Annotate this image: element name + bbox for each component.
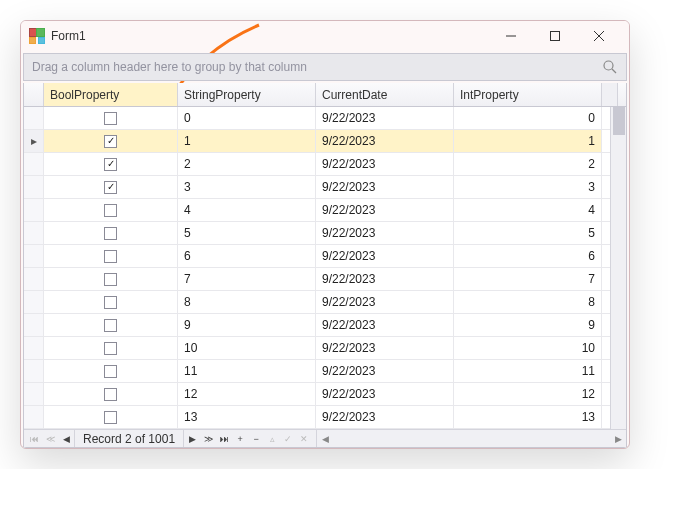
cell-bool[interactable] [44,268,178,290]
cell-int[interactable]: 8 [454,291,602,313]
checkbox[interactable] [104,296,117,309]
cell-int[interactable]: 10 [454,337,602,359]
table-row[interactable]: 39/22/20233 [24,176,626,199]
cell-bool[interactable] [44,107,178,129]
checkbox[interactable] [104,112,117,125]
checkbox[interactable] [104,181,117,194]
cell-date[interactable]: 9/22/2023 [316,337,454,359]
cell-string[interactable]: 9 [178,314,316,336]
column-header-int[interactable]: IntProperty [454,83,602,106]
table-row[interactable]: 29/22/20232 [24,153,626,176]
cell-int[interactable]: 13 [454,406,602,428]
checkbox[interactable] [104,135,117,148]
cell-string[interactable]: 10 [178,337,316,359]
cell-int[interactable]: 9 [454,314,602,336]
checkbox[interactable] [104,227,117,240]
cell-string[interactable]: 11 [178,360,316,382]
title-bar[interactable]: Form1 [21,21,629,51]
nav-append-button[interactable]: + [232,431,248,447]
cell-date[interactable]: 9/22/2023 [316,291,454,313]
nav-cancel-button[interactable]: ✕ [296,431,312,447]
cell-int[interactable]: 2 [454,153,602,175]
cell-bool[interactable] [44,383,178,405]
table-row[interactable]: 59/22/20235 [24,222,626,245]
checkbox[interactable] [104,319,117,332]
cell-int[interactable]: 7 [454,268,602,290]
cell-int[interactable]: 0 [454,107,602,129]
close-button[interactable] [577,22,621,50]
cell-bool[interactable] [44,245,178,267]
column-header-string[interactable]: StringProperty [178,83,316,106]
cell-date[interactable]: 9/22/2023 [316,222,454,244]
nav-prev-button[interactable]: ◀ [58,431,74,447]
nav-end-edit-button[interactable]: ✓ [280,431,296,447]
table-row[interactable]: 69/22/20236 [24,245,626,268]
cell-date[interactable]: 9/22/2023 [316,245,454,267]
cell-bool[interactable] [44,337,178,359]
nav-next-page-button[interactable]: ≫ [200,431,216,447]
cell-string[interactable]: 1 [178,130,316,152]
cell-date[interactable]: 9/22/2023 [316,406,454,428]
cell-string[interactable]: 7 [178,268,316,290]
cell-date[interactable]: 9/22/2023 [316,199,454,221]
cell-int[interactable]: 6 [454,245,602,267]
checkbox[interactable] [104,250,117,263]
cell-bool[interactable] [44,360,178,382]
cell-date[interactable]: 9/22/2023 [316,268,454,290]
hscroll-left-button[interactable]: ◀ [317,431,333,447]
table-row[interactable]: ▸19/22/20231 [24,130,626,153]
cell-string[interactable]: 0 [178,107,316,129]
cell-bool[interactable] [44,406,178,428]
cell-bool[interactable] [44,130,178,152]
cell-date[interactable]: 9/22/2023 [316,107,454,129]
cell-int[interactable]: 4 [454,199,602,221]
cell-string[interactable]: 5 [178,222,316,244]
cell-bool[interactable] [44,199,178,221]
cell-string[interactable]: 4 [178,199,316,221]
cell-date[interactable]: 9/22/2023 [316,153,454,175]
nav-last-button[interactable]: ⏭ [216,431,232,447]
minimize-button[interactable] [489,22,533,50]
vertical-scrollbar[interactable] [610,107,626,429]
checkbox[interactable] [104,365,117,378]
table-row[interactable]: 109/22/202310 [24,337,626,360]
checkbox[interactable] [104,342,117,355]
cell-string[interactable]: 6 [178,245,316,267]
cell-int[interactable]: 12 [454,383,602,405]
column-header-bool[interactable]: BoolProperty [44,83,178,106]
table-row[interactable]: 49/22/20234 [24,199,626,222]
cell-date[interactable]: 9/22/2023 [316,314,454,336]
table-row[interactable]: 79/22/20237 [24,268,626,291]
maximize-button[interactable] [533,22,577,50]
search-icon[interactable] [602,59,618,78]
cell-int[interactable]: 3 [454,176,602,198]
table-row[interactable]: 119/22/202311 [24,360,626,383]
column-header-date[interactable]: CurrentDate [316,83,454,106]
cell-date[interactable]: 9/22/2023 [316,383,454,405]
cell-date[interactable]: 9/22/2023 [316,130,454,152]
cell-int[interactable]: 11 [454,360,602,382]
cell-date[interactable]: 9/22/2023 [316,360,454,382]
cell-bool[interactable] [44,314,178,336]
cell-string[interactable]: 8 [178,291,316,313]
nav-first-button[interactable]: ⏮ [26,431,42,447]
cell-string[interactable]: 13 [178,406,316,428]
cell-bool[interactable] [44,153,178,175]
nav-next-button[interactable]: ▶ [184,431,200,447]
checkbox[interactable] [104,273,117,286]
checkbox[interactable] [104,204,117,217]
table-row[interactable]: 99/22/20239 [24,314,626,337]
checkbox[interactable] [104,411,117,424]
cell-string[interactable]: 12 [178,383,316,405]
table-row[interactable]: 89/22/20238 [24,291,626,314]
cell-int[interactable]: 5 [454,222,602,244]
cell-bool[interactable] [44,176,178,198]
cell-int[interactable]: 1 [454,130,602,152]
table-row[interactable]: 129/22/202312 [24,383,626,406]
vertical-scrollbar-thumb[interactable] [613,107,625,135]
cell-string[interactable]: 3 [178,176,316,198]
table-row[interactable]: 139/22/202313 [24,406,626,429]
cell-date[interactable]: 9/22/2023 [316,176,454,198]
cell-bool[interactable] [44,222,178,244]
table-row[interactable]: 09/22/20230 [24,107,626,130]
